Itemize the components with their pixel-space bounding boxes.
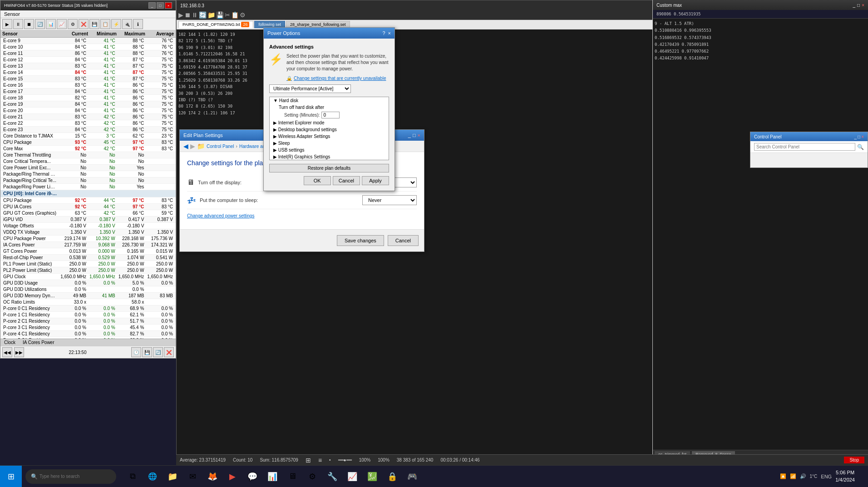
cp-search-input[interactable] bbox=[754, 143, 855, 151]
footer-save-btn[interactable]: 💾 bbox=[142, 347, 152, 357]
taskbar-icon-app12[interactable]: 💹 bbox=[363, 467, 381, 486]
change-settings-link[interactable]: 🔒 Change settings that are currently una… bbox=[286, 76, 389, 81]
table-row[interactable]: E-core 15 83 °C 41 °C 87 °C 75 °C bbox=[0, 76, 176, 82]
breadcrumb-control-panel[interactable]: Control Panel bbox=[207, 144, 234, 149]
footer-refresh-btn[interactable]: 🔄 bbox=[153, 347, 163, 357]
right-close-btn[interactable]: × bbox=[862, 3, 864, 8]
footer-fwd-btn[interactable]: ▶▶ bbox=[14, 347, 24, 357]
table-row[interactable]: E-core 14 84 °C 41 °C 87 °C 75 °C bbox=[0, 69, 176, 76]
table-row[interactable]: P-core 4 C1 Residency 0.0 % 0.0 % 82.7 %… bbox=[0, 331, 176, 337]
table-row[interactable]: Core Max 92 °C 42 °C 97 °C 83 °C bbox=[0, 146, 176, 152]
toolbar-btn-2[interactable]: ⏸ bbox=[13, 19, 23, 29]
table-row[interactable]: E-core 16 83 °C 41 °C 86 °C 75 °C bbox=[0, 82, 176, 89]
toolbar-icon-4[interactable]: 🔄 bbox=[199, 11, 207, 19]
taskbar-search-input[interactable] bbox=[39, 474, 103, 479]
right-minimize-btn[interactable]: _ bbox=[853, 3, 856, 8]
setting-input[interactable] bbox=[321, 112, 340, 118]
status-dot-icon[interactable]: • bbox=[329, 457, 331, 462]
apply-btn[interactable]: Apply bbox=[362, 176, 389, 185]
toolbar-btn-9[interactable]: 💾 bbox=[89, 19, 99, 29]
table-row[interactable]: P-core 0 C1 Residency 0.0 % 0.0 % 68.9 %… bbox=[0, 305, 176, 312]
edit-cancel-btn[interactable]: Cancel bbox=[388, 235, 419, 246]
table-row[interactable]: CPU IA Cores 92 °C 44 °C 97 °C 83 °C bbox=[0, 204, 176, 210]
tree-item[interactable]: Setting (Minutes): bbox=[270, 111, 389, 119]
nav-fwd-btn[interactable]: ▶ bbox=[190, 143, 195, 150]
cp-minimize-btn[interactable]: _ bbox=[854, 134, 857, 139]
table-row[interactable]: CPU Package 93 °C 45 °C 97 °C 83 °C bbox=[0, 139, 176, 146]
nav-back-btn[interactable]: ◀ bbox=[183, 143, 188, 150]
table-row[interactable]: VDDQ TX Voltage 1.350 V 1.350 V 1.350 V … bbox=[0, 229, 176, 236]
footer-back-btn[interactable]: ◀◀ bbox=[2, 347, 12, 357]
table-row[interactable]: CPU Package Power 219.174 W 10.392 W 228… bbox=[0, 236, 176, 242]
taskbar-icon-app13[interactable]: 🔒 bbox=[383, 467, 401, 486]
footer-clock-btn[interactable]: 🕐 bbox=[131, 347, 141, 357]
edit-plan-minimize-btn[interactable]: _ bbox=[408, 133, 411, 138]
taskbar-icon-app10[interactable]: 🔧 bbox=[323, 467, 341, 486]
toolbar-icon-1[interactable]: ▶ bbox=[178, 11, 183, 19]
taskbar-icon-app9[interactable]: ⚙ bbox=[303, 467, 321, 486]
table-row[interactable]: PL1 Power Limit (Static) 250.0 W 250.0 W… bbox=[0, 261, 176, 267]
toolbar-icon-8[interactable]: 📋 bbox=[231, 11, 239, 19]
tree-item[interactable]: ▶ Desktop background settings bbox=[270, 126, 389, 133]
cp-maximize-btn[interactable]: □ bbox=[858, 134, 860, 139]
toolbar-btn-6[interactable]: 📈 bbox=[57, 19, 67, 29]
table-row[interactable]: Rest-of-Chip Power 0.538 W 0.529 W 1.074… bbox=[0, 255, 176, 261]
taskbar-icon-mail[interactable]: ✉ bbox=[183, 467, 202, 486]
start-button[interactable]: ⊞ bbox=[0, 466, 22, 487]
toolbar-btn-13[interactable]: ℹ bbox=[133, 19, 143, 29]
toolbar-btn-12[interactable]: 🔌 bbox=[122, 19, 132, 29]
taskbar-icon-app14[interactable]: 🎮 bbox=[403, 467, 421, 486]
table-row[interactable]: P-core 2 C1 Residency 0.0 % 0.0 % 51.7 %… bbox=[0, 318, 176, 325]
taskbar-icon-app6[interactable]: 💬 bbox=[243, 467, 261, 486]
table-row[interactable]: P-core 3 C1 Residency 0.0 % 0.0 % 45.4 %… bbox=[0, 325, 176, 331]
save-changes-btn[interactable]: Save changes bbox=[337, 235, 384, 246]
table-row[interactable]: E-core 23 84 °C 42 °C 86 °C 75 °C bbox=[0, 127, 176, 133]
table-row[interactable]: GT Cores Power 0.013 W 0.000 W 0.165 W 0… bbox=[0, 248, 176, 255]
table-row[interactable]: E-core 22 83 °C 42 °C 86 °C 75 °C bbox=[0, 120, 176, 127]
advanced-settings-link[interactable]: Change advanced power settings bbox=[187, 210, 254, 222]
footer-close-btn[interactable]: ❌ bbox=[164, 347, 174, 357]
table-row[interactable]: GPU GT Cores (Graphics) 63 °C 42 °C 66 °… bbox=[0, 210, 176, 216]
toolbar-btn-10[interactable]: 📋 bbox=[100, 19, 110, 29]
table-row[interactable]: E-core 11 86 °C 41 °C 88 °C 76 °C bbox=[0, 50, 176, 57]
table-row[interactable]: E-core 13 83 °C 41 °C 87 °C 75 °C bbox=[0, 63, 176, 69]
table-row[interactable]: Core Distance to TJMAX 15 °C 3 °C 62 °C … bbox=[0, 133, 176, 139]
toolbar-btn-8[interactable]: ❌ bbox=[79, 19, 89, 29]
status-grid-icon[interactable]: ⊞ bbox=[306, 457, 311, 464]
cancel-btn[interactable]: Cancel bbox=[333, 176, 360, 185]
taskbar-icon-app11[interactable]: 📈 bbox=[343, 467, 361, 486]
stop-btn[interactable]: Stop bbox=[844, 457, 864, 463]
table-row[interactable]: GPU D3D Memory Dynamic 49 MB 41 MB 187 M… bbox=[0, 293, 176, 299]
toolbar-btn-11[interactable]: ⚡ bbox=[111, 19, 121, 29]
edit-plan-close-btn[interactable]: × bbox=[418, 133, 420, 138]
toolbar-icon-2[interactable]: ⏹ bbox=[184, 11, 191, 19]
tree-item[interactable]: ▼ Hard disk bbox=[270, 97, 389, 104]
hwinfo-maximize-btn[interactable]: □ bbox=[157, 2, 164, 9]
table-row[interactable]: IA Cores Power 217.759 W 9.068 W 226.730… bbox=[0, 242, 176, 248]
hwinfo-close-btn[interactable]: × bbox=[165, 2, 172, 9]
restore-plan-btn[interactable]: Restore plan defaults bbox=[269, 164, 389, 172]
table-row[interactable]: PL2 Power Limit (Static) 250.0 W 250.0 W… bbox=[0, 267, 176, 274]
network-icon[interactable]: 📶 bbox=[790, 473, 796, 479]
ok-btn[interactable]: OK bbox=[304, 176, 331, 185]
table-row[interactable]: iGPU VID 0.387 V 0.387 V 0.417 V 0.387 V bbox=[0, 216, 176, 223]
plan-dropdown[interactable]: Ultimate Performance [Active] bbox=[269, 84, 351, 93]
taskbar-icon-app5[interactable]: ▶ bbox=[223, 467, 242, 486]
right-maximize-btn[interactable]: □ bbox=[857, 3, 860, 8]
table-row[interactable]: GPU Clock 1,650.0 MHz 1,650.0 MHz 1,650.… bbox=[0, 274, 176, 280]
toolbar-btn-4[interactable]: 🔄 bbox=[35, 19, 45, 29]
table-row[interactable]: Core Critical Tempera... No No No bbox=[0, 158, 176, 165]
table-row[interactable]: E-core 20 84 °C 41 °C 86 °C 75 °C bbox=[0, 108, 176, 114]
cp-close-btn[interactable]: × bbox=[861, 134, 864, 139]
toolbar-icon-9[interactable]: ⚙ bbox=[240, 11, 246, 19]
tree-item[interactable]: ▶ Wireless Adapter Settings bbox=[270, 133, 389, 140]
table-row[interactable]: Package/Ring Critical Te... No No No bbox=[0, 177, 176, 184]
toolbar-btn-7[interactable]: ⚙ bbox=[68, 19, 78, 29]
table-row[interactable]: Package/Ring Thermal Th... No No No bbox=[0, 171, 176, 177]
table-row[interactable]: E-core 18 82 °C 41 °C 86 °C 75 °C bbox=[0, 95, 176, 101]
toolbar-icon-5[interactable]: 📁 bbox=[207, 11, 215, 19]
volume-icon[interactable]: 🔊 bbox=[800, 473, 806, 479]
taskbar-icon-app7[interactable]: 📊 bbox=[263, 467, 281, 486]
table-row[interactable]: E-core 19 84 °C 41 °C 86 °C 75 °C bbox=[0, 101, 176, 108]
system-tray-chevron[interactable]: 🔼 bbox=[780, 473, 786, 479]
